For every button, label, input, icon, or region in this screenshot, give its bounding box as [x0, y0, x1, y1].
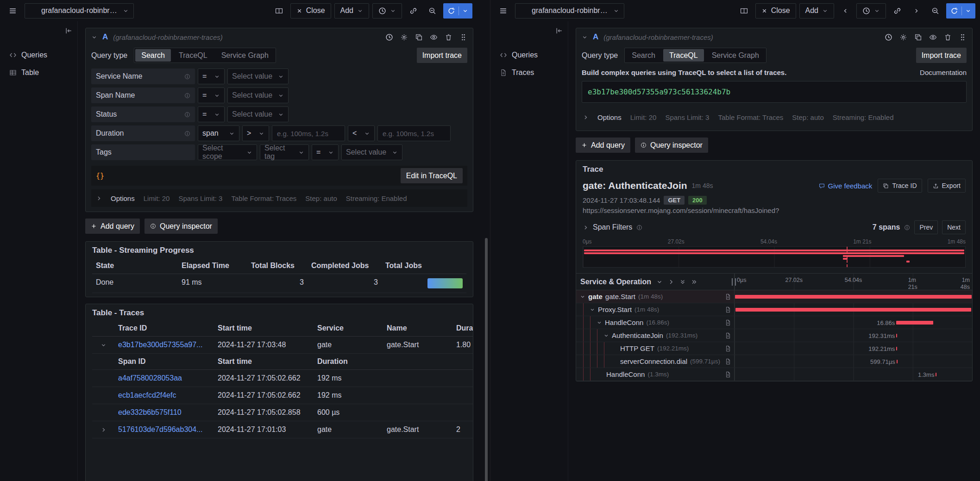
query-options-row[interactable]: Options Limit: 20 Spans Limit: 3 Table F… — [91, 189, 467, 207]
scrollbar-thumb[interactable] — [485, 238, 488, 481]
query-inspector-button[interactable]: Query inspector — [635, 137, 708, 153]
span-logs-icon[interactable] — [725, 358, 731, 365]
collapse-span-icon[interactable] — [580, 294, 585, 300]
value-select[interactable]: Select value — [341, 144, 402, 160]
minimap-cursor[interactable] — [847, 247, 848, 267]
toggle-query-visibility-button[interactable] — [929, 33, 937, 41]
subtable-column-header[interactable]: Span ID — [114, 354, 214, 370]
time-shift-forward-button[interactable] — [908, 3, 924, 19]
column-header[interactable]: Duration — [452, 320, 473, 337]
edit-in-traceql-button[interactable]: Edit in TraceQL — [401, 168, 463, 183]
panel-title[interactable]: Table - Traces — [86, 304, 473, 320]
next-span-button[interactable]: Next — [942, 220, 966, 234]
share-link-button[interactable] — [889, 3, 905, 19]
span-timeline[interactable]: 192.31ms — [735, 329, 972, 342]
toggle-query-visibility-button[interactable] — [430, 33, 438, 41]
chevron-down-icon[interactable] — [656, 279, 663, 285]
collapse-query-icon[interactable] — [582, 34, 588, 40]
span-timeline[interactable]: 16.86s — [735, 316, 972, 329]
column-header[interactable]: Total Blocks — [247, 258, 308, 274]
import-trace-button[interactable]: Import trace — [916, 48, 967, 63]
column-header[interactable]: Service — [314, 320, 383, 337]
import-trace-button[interactable]: Import trace — [417, 48, 467, 63]
collapse-sidebar-button[interactable] — [555, 27, 563, 35]
collapse-span-icon[interactable] — [590, 307, 595, 312]
value-select[interactable]: Select value — [227, 87, 289, 103]
close-split-button[interactable]: Close — [290, 3, 331, 19]
subtable-column-header[interactable]: Duration — [314, 354, 383, 370]
column-header[interactable]: Start time — [214, 320, 314, 337]
column-header[interactable]: State — [92, 258, 178, 274]
drag-query-handle[interactable] — [459, 33, 467, 41]
time-picker-button[interactable] — [372, 3, 402, 19]
span-id-link[interactable]: ede332b6b575f110 — [118, 408, 182, 416]
add-dropdown-button[interactable]: Add — [334, 3, 369, 19]
span-id-link[interactable]: a4af7580028053aa — [118, 374, 182, 382]
trace-id-link[interactable]: 5176103de7d596ab304... — [118, 425, 202, 433]
chevron-right-icon[interactable] — [583, 225, 589, 231]
span-logs-icon[interactable] — [725, 319, 731, 326]
column-header[interactable]: Completed Jobs — [308, 258, 382, 274]
time-picker-button[interactable] — [856, 3, 886, 19]
remove-query-button[interactable] — [944, 33, 952, 41]
min-duration-input[interactable] — [272, 125, 345, 141]
span-bar[interactable] — [735, 295, 972, 299]
lt-operator-select[interactable]: < — [348, 125, 375, 141]
span-logs-icon[interactable] — [725, 332, 731, 339]
query-history-button[interactable] — [385, 33, 393, 41]
refresh-button[interactable] — [443, 3, 472, 19]
query-settings-button[interactable] — [899, 33, 907, 41]
add-query-button[interactable]: Add query — [85, 219, 140, 234]
span-logs-icon[interactable] — [725, 306, 731, 313]
query-inspector-button[interactable]: Query inspector — [144, 219, 218, 234]
menu-button[interactable] — [495, 3, 511, 19]
span-logs-icon[interactable] — [725, 371, 731, 378]
time-shift-back-button[interactable] — [837, 3, 853, 19]
documentation-link[interactable]: Documentation — [920, 69, 967, 76]
tab-traceql[interactable]: TraceQL — [173, 49, 214, 62]
span-timeline[interactable] — [735, 303, 972, 316]
operator-select[interactable]: = — [198, 106, 225, 122]
tag-select[interactable]: Select tag — [260, 144, 309, 160]
prev-span-button[interactable]: Prev — [914, 220, 938, 234]
value-select[interactable]: Select value — [227, 106, 289, 122]
span-bar[interactable] — [896, 321, 934, 325]
zoom-out-button[interactable] — [927, 3, 943, 19]
traceql-query-input[interactable]: e3b17be300d57355a973c56133624b7b — [582, 81, 967, 103]
query-settings-button[interactable] — [400, 33, 408, 41]
span-row[interactable]: Proxy.Start (1m 48s) — [576, 303, 972, 316]
span-row[interactable]: serverConnection.dial (599.71µs) 599.71µ… — [576, 355, 972, 368]
operator-select[interactable]: = — [312, 144, 339, 160]
span-bar[interactable] — [735, 308, 972, 312]
span-row[interactable]: HandleConn (1.3ms) 1.3ms — [576, 368, 972, 381]
duplicate-query-button[interactable] — [415, 33, 423, 41]
export-button[interactable]: Export — [928, 179, 966, 193]
sidebar-item-traces[interactable]: Traces — [497, 65, 563, 81]
span-timeline[interactable]: 192.21ms — [735, 342, 972, 355]
duration-scope-select[interactable]: span — [198, 125, 239, 141]
query-options-row[interactable]: Options Limit: 20 Spans Limit: 3 Table F… — [582, 108, 967, 126]
tab-traceql[interactable]: TraceQL — [663, 49, 704, 62]
tab-search[interactable]: Search — [626, 49, 661, 62]
span-bar[interactable] — [896, 334, 898, 337]
value-select[interactable]: Select value — [227, 69, 289, 84]
span-timeline[interactable]: 599.71µs — [735, 355, 972, 368]
panel-title[interactable]: Trace — [576, 161, 972, 177]
close-split-button[interactable]: Close — [755, 3, 796, 19]
menu-button[interactable] — [5, 3, 20, 19]
refresh-button[interactable] — [946, 3, 975, 19]
share-link-button[interactable] — [405, 3, 421, 19]
zoom-out-button[interactable] — [424, 3, 440, 19]
collapse-span-icon[interactable] — [597, 320, 602, 325]
tab-service-graph[interactable]: Service Graph — [706, 49, 765, 62]
remove-query-button[interactable] — [445, 33, 452, 41]
operator-select[interactable]: = — [198, 87, 225, 103]
gt-operator-select[interactable]: > — [242, 125, 269, 141]
span-timeline[interactable]: 1.3ms — [735, 368, 972, 381]
span-id-link[interactable]: ecb1aecfcd2f4efc — [118, 391, 176, 399]
column-header[interactable]: Elapsed Time — [178, 258, 247, 274]
give-feedback-link[interactable]: Give feedback — [819, 182, 872, 190]
duplicate-query-button[interactable] — [914, 33, 922, 41]
column-header[interactable]: Total Jobs — [382, 258, 466, 274]
drag-query-handle[interactable] — [959, 33, 967, 41]
